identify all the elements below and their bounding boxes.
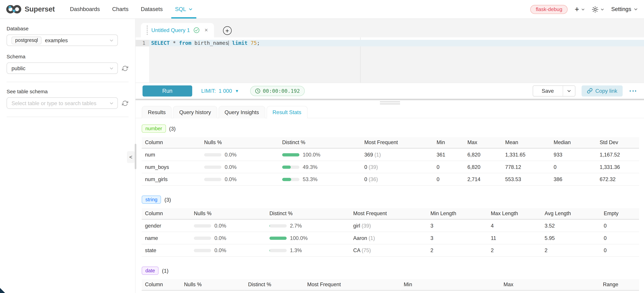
stat-value-cell: 3.52 xyxy=(541,219,600,232)
percent-bar xyxy=(204,153,222,156)
sidebar-resize-grip[interactable] xyxy=(135,144,136,169)
nulls-cell: 0.0% xyxy=(190,232,266,244)
most-frequent-cell: 0 (39) xyxy=(361,161,433,173)
limit-dropdown[interactable]: LIMIT: 1 000 ▼ xyxy=(201,88,239,94)
nulls-cell: 0.0% xyxy=(201,173,279,186)
column-name-cell: num xyxy=(142,148,201,161)
environment-tag: flask-debug xyxy=(530,5,568,14)
column-header: Range xyxy=(600,279,639,290)
database-type-tag: postgresql xyxy=(12,36,42,44)
mouse-cursor xyxy=(0,287,6,293)
more-actions-button[interactable] xyxy=(629,88,637,93)
table-field: See table schema Select table or type to… xyxy=(6,89,128,109)
column-name-cell: num_boys xyxy=(142,161,201,173)
stat-value-cell: 0 xyxy=(550,161,596,173)
nav-datasets[interactable]: Datasets xyxy=(135,0,169,18)
percent-value: 0.0% xyxy=(225,164,236,170)
close-tab-icon[interactable]: ✕ xyxy=(204,28,208,33)
percent-value: 2.7% xyxy=(290,223,302,228)
database-field: Database postgresql examples xyxy=(6,26,128,46)
result-stats-content: number(3)ColumnNulls %Distinct %Most Fre… xyxy=(136,118,644,293)
save-button[interactable]: Save xyxy=(533,86,562,96)
nulls-cell: 0.0% xyxy=(190,244,266,256)
copy-link-button[interactable]: Copy link xyxy=(582,85,623,96)
column-count: (3) xyxy=(164,196,171,202)
database-name: examples xyxy=(45,37,68,43)
caret-down-icon: ▼ xyxy=(235,88,239,93)
percent-bar xyxy=(282,178,300,181)
drag-handle-icon[interactable] xyxy=(147,26,148,35)
percent-value: 49.3% xyxy=(303,164,318,170)
column-header: Most Frequent xyxy=(361,137,433,148)
nav-datasets-label: Datasets xyxy=(141,6,162,12)
stat-value-cell: 2 xyxy=(541,244,600,256)
stat-value-cell: 778.12 xyxy=(502,161,550,173)
database-select[interactable]: postgresql examples xyxy=(6,34,118,46)
stat-value-cell: 386 xyxy=(550,173,596,186)
query-tab[interactable]: Untitled Query 1 ✕ xyxy=(141,23,214,38)
table-row: num_boys0.0%49.3%0 (39)06,820778.1201,33… xyxy=(142,161,639,173)
collapse-sidebar-button[interactable]: < xyxy=(127,151,135,163)
table-select[interactable]: Select table or type to search tables xyxy=(6,97,118,109)
nav-dashboards[interactable]: Dashboards xyxy=(64,0,106,18)
refresh-schema-icon[interactable] xyxy=(122,65,128,71)
table-row: name0.0%100.0%Aaron (1)3115.950 xyxy=(142,232,639,244)
column-name-cell: name xyxy=(142,232,190,244)
superset-logo[interactable]: Superset xyxy=(6,0,55,18)
add-tab-button[interactable]: + xyxy=(223,26,232,35)
sql-token xyxy=(229,40,232,46)
splitter-drag-handle[interactable] xyxy=(380,102,400,105)
new-item-dropdown[interactable]: + xyxy=(575,5,585,13)
sun-icon xyxy=(592,6,598,12)
tab-query-insights[interactable]: Query Insights xyxy=(218,106,265,118)
superset-sql-lab: Superset Dashboards Charts Datasets SQL … xyxy=(0,0,644,293)
tab-query-history[interactable]: Query history xyxy=(173,106,217,118)
run-button[interactable]: Run xyxy=(142,85,192,96)
distinct-cell: 49.3% xyxy=(279,161,361,173)
table-select-placeholder: Select table or type to search tables xyxy=(12,100,96,106)
schema-sidebar: Database postgresql examples Schema publ… xyxy=(0,19,136,293)
stat-value-cell: 3 xyxy=(427,232,488,244)
stats-section-date: date(1)ColumnNulls %Distinct %Most Frequ… xyxy=(142,266,639,293)
nav-charts[interactable]: Charts xyxy=(106,0,135,18)
nav-dashboards-label: Dashboards xyxy=(70,6,100,12)
stat-value-cell: 2 xyxy=(488,244,541,256)
panel-splitter[interactable] xyxy=(136,99,644,100)
most-frequent-cell: 1965-01-01T00:00:00 (75) xyxy=(304,290,400,293)
column-header: Avg Length xyxy=(541,208,600,219)
stat-value-cell: 1,167.52 xyxy=(596,148,639,161)
theme-toggle[interactable] xyxy=(592,6,604,12)
type-tag-number: number xyxy=(142,124,166,132)
most-frequent-cell: 0 (36) xyxy=(361,173,433,186)
save-options-button[interactable] xyxy=(563,86,575,96)
schema-select[interactable]: public xyxy=(6,62,118,74)
sql-editor[interactable]: 1 SELECT * from birth_names limit 75; xyxy=(136,37,644,82)
results-panel: Results Query history Query Insights Res… xyxy=(136,100,644,293)
stat-value-cell: 1,331.36 xyxy=(596,161,639,173)
column-header: Column xyxy=(142,208,190,219)
stat-value-cell: 0 xyxy=(600,219,639,232)
settings-menu[interactable]: Settings xyxy=(611,6,638,12)
tab-results[interactable]: Results xyxy=(142,106,172,118)
percent-value: 0.0% xyxy=(225,152,236,158)
column-header: Max xyxy=(500,279,600,290)
column-header: Max Length xyxy=(488,208,541,219)
percent-value: 0.0% xyxy=(214,235,226,241)
percent-value: 53.3% xyxy=(303,176,318,182)
percent-value: 100.0% xyxy=(290,235,308,241)
stat-value-cell: 933 xyxy=(550,148,596,161)
distinct-cell: 100.0% xyxy=(266,232,350,244)
schema-field: Schema public xyxy=(6,54,128,74)
tab-result-stats[interactable]: Result Stats xyxy=(266,106,308,118)
percent-bar xyxy=(204,178,222,181)
sidebar-divider xyxy=(6,117,128,117)
query-tabbar: Untitled Query 1 ✕ + xyxy=(136,19,644,37)
column-header: Min xyxy=(433,137,464,148)
refresh-tables-icon[interactable] xyxy=(122,100,128,106)
nav-sql[interactable]: SQL xyxy=(169,0,199,18)
column-header: Min Length xyxy=(427,208,488,219)
database-label: Database xyxy=(6,26,128,32)
column-header: Mean xyxy=(502,137,550,148)
percent-bar xyxy=(270,236,287,240)
stat-value-cell: 553.53 xyxy=(502,173,550,186)
